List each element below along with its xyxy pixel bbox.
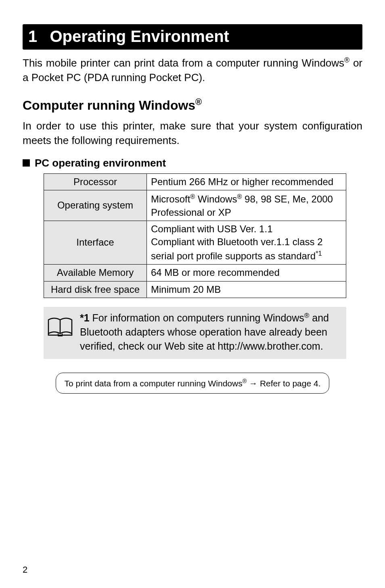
book-icon [46,315,74,341]
table-label-processor: Processor [44,173,147,190]
table-row: Operating system Microsoft® Windows® 98,… [44,190,346,221]
reference-box: To print data from a computer running Wi… [56,373,329,394]
note-text: *1 For information on computers running … [80,311,341,353]
table-value-processor: Pentium 266 MHz or higher recommended [147,173,346,190]
subsection-title: PC operating environment [35,157,166,169]
table-value-memory: 64 MB or more recommended [147,265,346,281]
chapter-title: Operating Environment [50,27,229,45]
table-row: Hard disk free space Minimum 20 MB [44,281,346,298]
table-label-interface: Interface [44,221,147,265]
square-bullet-icon [23,159,30,167]
intro-paragraph: This mobile printer can print data from … [23,55,362,85]
os-value-prefix: Microsoft [151,194,190,204]
table-label-memory: Available Memory [44,265,147,281]
table-value-interface: Compliant with USB Ver. 1.1 Compliant wi… [147,221,346,265]
registered-mark: ® [344,56,349,64]
section-title-prefix: Computer running Windows [23,98,195,113]
table-label-os: Operating system [44,190,147,221]
table-label-hdd: Hard disk free space [44,281,147,298]
interface-line2: Compliant with Bluetooth ver.1.1 class 2… [151,236,323,261]
table-row: Processor Pentium 266 MHz or higher reco… [44,173,346,190]
section-body: In order to use this printer, make sure … [23,119,362,148]
page-number: 2 [23,565,27,575]
registered-mark: ® [195,97,202,107]
table-value-hdd: Minimum 20 MB [147,281,346,298]
table-value-os: Microsoft® Windows® 98, 98 SE, Me, 2000 … [147,190,346,221]
os-value-mid: Windows [195,194,237,204]
spec-table-wrapper: Processor Pentium 266 MHz or higher reco… [23,173,362,298]
table-row: Interface Compliant with USB Ver. 1.1 Co… [44,221,346,265]
chapter-title-spacer [39,27,48,45]
interface-line1: Compliant with USB Ver. 1.1 [151,223,272,234]
registered-mark: ® [237,193,242,200]
registered-mark: ® [304,312,310,319]
registered-mark: ® [190,193,195,200]
note-box: *1 For information on computers running … [44,307,346,359]
spec-table: Processor Pentium 266 MHz or higher reco… [44,173,346,298]
note-text-prefix: For information on computers running Win… [90,312,304,323]
refbox-suffix: → Refer to page 4. [247,379,320,388]
section-title: Computer running Windows® [23,97,362,113]
subsection-heading: PC operating environment [23,157,362,169]
chapter-header: 1 Operating Environment [23,24,362,50]
intro-text-prefix: This mobile printer can print data from … [23,57,344,69]
registered-mark: ® [243,378,247,384]
chapter-number: 1 [28,27,37,45]
note-marker: *1 [80,312,90,323]
table-row: Available Memory 64 MB or more recommend… [44,265,346,281]
interface-footnote-marker: *1 [316,250,322,257]
refbox-prefix: To print data from a computer running Wi… [64,379,242,388]
